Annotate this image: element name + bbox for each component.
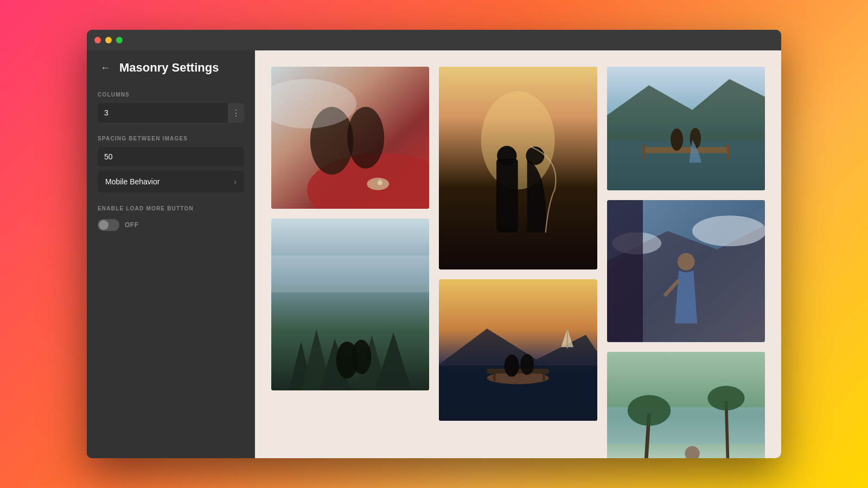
masonry-col-1 (271, 67, 429, 458)
back-icon: ← (100, 62, 110, 74)
photo-svg-wedding (439, 67, 597, 269)
image-forest-couple (271, 219, 429, 391)
columns-input-row: ⋮ (98, 103, 244, 123)
close-button[interactable] (94, 37, 101, 43)
columns-input[interactable] (98, 108, 228, 117)
load-more-toggle-row: OFF (98, 219, 244, 231)
svg-point-29 (521, 354, 534, 375)
spacing-value: 50 (104, 152, 113, 161)
minimize-button[interactable] (105, 37, 112, 43)
masonry-col-2 (439, 67, 597, 458)
toggle-knob (99, 220, 108, 230)
photo-svg-car (271, 67, 429, 209)
content-area: ← Masonry Settings COLUMNS ⋮ SPACING BET… (87, 50, 781, 458)
spacing-section: SPACING BETWEEN IMAGES 50 Mobile Behavio… (87, 129, 255, 199)
columns-spinner[interactable]: ⋮ (228, 103, 244, 123)
columns-label: COLUMNS (98, 92, 244, 98)
svg-point-6 (378, 180, 382, 185)
image-car-kiss (271, 67, 429, 209)
traffic-lights (94, 37, 123, 43)
svg-rect-15 (271, 255, 429, 292)
main-preview (255, 50, 781, 458)
image-lake-sunset (439, 279, 597, 421)
mobile-behavior-row[interactable]: Mobile Behavior › (98, 171, 244, 192)
photo-svg-lake (439, 279, 597, 421)
back-button[interactable]: ← (98, 60, 113, 75)
mobile-behavior-label: Mobile Behavior (105, 177, 159, 186)
photo-svg-blue (607, 200, 765, 342)
sidebar: ← Masonry Settings COLUMNS ⋮ SPACING BET… (87, 50, 255, 458)
svg-rect-27 (543, 369, 546, 381)
svg-rect-37 (727, 144, 730, 160)
photo-forest-couple (271, 219, 429, 391)
load-more-toggle[interactable] (98, 219, 119, 231)
svg-point-3 (347, 107, 384, 169)
columns-section: COLUMNS ⋮ (87, 85, 255, 129)
svg-rect-36 (642, 144, 645, 160)
spacing-value-display: 50 (98, 147, 244, 166)
masonry-col-3 (607, 67, 765, 458)
image-couple-dock (607, 67, 765, 190)
svg-rect-46 (607, 200, 643, 342)
photo-blue-dress (607, 200, 765, 342)
image-wedding-sunset (439, 67, 597, 269)
svg-point-19 (497, 146, 516, 165)
photo-svg-beach (607, 352, 765, 458)
load-more-section: ENABLE LOAD MORE BUTTON OFF (87, 199, 255, 237)
titlebar (87, 30, 781, 50)
image-blue-dress (607, 200, 765, 342)
svg-rect-18 (496, 159, 518, 233)
photo-svg-dock (607, 67, 765, 190)
svg-point-44 (677, 253, 694, 271)
svg-point-52 (707, 386, 744, 410)
app-window: ← Masonry Settings COLUMNS ⋮ SPACING BET… (87, 30, 781, 458)
masonry-grid (271, 67, 765, 458)
toggle-state-label: OFF (125, 221, 139, 229)
svg-rect-35 (642, 147, 729, 153)
spinner-icon: ⋮ (232, 108, 240, 118)
svg-point-28 (505, 355, 519, 377)
photo-couple-dock (607, 67, 765, 190)
maximize-button[interactable] (116, 37, 123, 43)
spacing-label: SPACING BETWEEN IMAGES (98, 136, 244, 142)
svg-point-42 (692, 216, 765, 247)
svg-point-38 (671, 129, 683, 151)
sidebar-header: ← Masonry Settings (87, 50, 255, 85)
photo-svg-forest (271, 219, 429, 391)
photo-car-kiss (271, 67, 429, 209)
photo-lake-sunset (439, 279, 597, 421)
photo-beach-bride (607, 352, 765, 458)
load-more-label: ENABLE LOAD MORE BUTTON (98, 206, 244, 211)
photo-wedding-sunset (439, 67, 597, 269)
page-title: Masonry Settings (119, 61, 219, 75)
svg-point-50 (627, 395, 671, 426)
image-beach-bride (607, 352, 765, 458)
svg-point-14 (352, 339, 371, 374)
chevron-right-icon: › (234, 177, 237, 186)
svg-rect-31 (567, 329, 568, 348)
svg-rect-26 (493, 369, 496, 381)
